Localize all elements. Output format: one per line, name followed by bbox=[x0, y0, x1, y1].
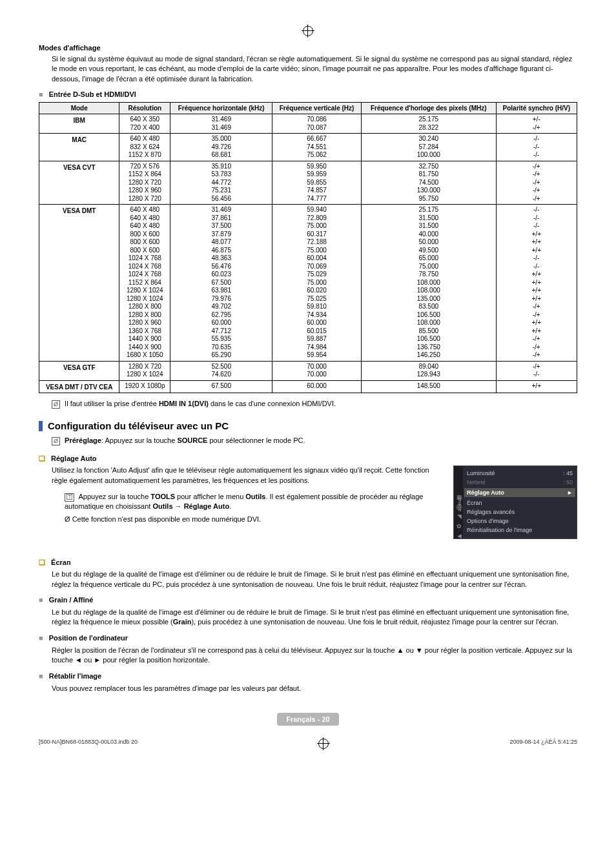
cell-v: 60.000 bbox=[272, 380, 362, 393]
ecran-heading: ❑ Écran bbox=[39, 558, 577, 567]
gear-icon: ✿ bbox=[455, 523, 463, 529]
note-icon: Ø bbox=[65, 515, 70, 523]
tools-icon: 🅃 bbox=[65, 493, 74, 502]
square-bullet-icon: ■ bbox=[39, 90, 43, 98]
cell-res: 640 X 350720 X 400 bbox=[119, 114, 170, 134]
cell-p: 25.17531.50031.50040.00050.00049.50065.0… bbox=[361, 205, 496, 362]
hdmi-note: Ø Il faut utiliser la prise d'entrée HDM… bbox=[52, 400, 577, 409]
square-bullet-icon: ■ bbox=[39, 634, 43, 642]
cell-h: 31.46937.86137.50037.87948.07746.87548.3… bbox=[170, 205, 272, 362]
osd-row-ecran: Écran bbox=[467, 498, 573, 507]
page-footer-center: Français - 20 bbox=[39, 713, 577, 726]
note-icon: Ø bbox=[52, 437, 60, 445]
osd-row-reglage-auto: Réglage Auto► bbox=[464, 488, 575, 497]
display-modes-table: Mode Résolution Fréquence horizontale (k… bbox=[39, 102, 577, 393]
cell-mode: VESA GTF bbox=[39, 361, 119, 380]
col-hfreq: Fréquence horizontale (kHz) bbox=[170, 103, 272, 114]
cell-p: 25.17528.322 bbox=[361, 114, 496, 134]
col-resolution: Résolution bbox=[119, 103, 170, 114]
arrow-right-icon: ► bbox=[567, 489, 573, 496]
retablir-heading: ■ Rétablir l'image bbox=[39, 672, 577, 680]
cell-v: 70.08670.087 bbox=[272, 114, 362, 134]
table-row: VESA GTF1280 X 7201280 X 102452.50074.62… bbox=[39, 361, 577, 380]
osd-row-nettete: Netteté: 50 bbox=[467, 478, 573, 487]
osd-row-luminosite: Luminosité: 45 bbox=[467, 469, 573, 478]
cell-pol: -/+-/+-/+-/+-/+ bbox=[496, 161, 577, 205]
retablir-paragraph: Vous pouvez remplacer tous les paramètre… bbox=[52, 684, 577, 693]
registration-mark-top bbox=[39, 26, 577, 37]
picture-icon: ▦ bbox=[455, 494, 463, 500]
position-heading: ■ Position de l'ordinateur bbox=[39, 634, 577, 642]
cell-res: 1920 X 1080p bbox=[119, 380, 170, 393]
col-polarity: Polarité synchro (H/V) bbox=[496, 103, 577, 114]
cell-res: 720 X 5761152 X 8641280 X 7201280 X 9601… bbox=[119, 161, 170, 205]
section-q-icon: ❑ bbox=[39, 558, 45, 566]
cell-res: 640 X 480832 X 6241152 X 870 bbox=[119, 134, 170, 161]
grain-paragraph: Le but du réglage de la qualité de l'ima… bbox=[52, 608, 577, 628]
cell-h: 35.00049.72668.681 bbox=[170, 134, 272, 161]
config-pc-heading: Configuration du téléviseur avec un PC bbox=[39, 420, 577, 431]
cell-pol: -/+-/- bbox=[496, 361, 577, 380]
cell-mode: MAC bbox=[39, 134, 119, 161]
ecran-intro-paragraph: Le but du réglage de la qualité de l'ima… bbox=[52, 569, 577, 589]
cell-h: 67.500 bbox=[170, 380, 272, 393]
cell-p: 30.24057.284100.000 bbox=[361, 134, 496, 161]
osd-row-options-image: Options d'image bbox=[467, 517, 573, 526]
footer-left: [500-NA]BN68-01883Q-00L03.indb 20 bbox=[39, 739, 138, 749]
col-pfreq: Fréquence d'horloge des pixels (MHz) bbox=[361, 103, 496, 114]
osd-preview-panel: Image ▦ ◯ ◥ ✿ ◀ ▭ Luminosité: 45 Netteté… bbox=[453, 465, 577, 539]
cell-mode: VESA DMT bbox=[39, 205, 119, 362]
table-row: IBM640 X 350720 X 40031.46931.46970.0867… bbox=[39, 114, 577, 134]
reglage-auto-heading: ❑ Réglage Auto bbox=[39, 455, 577, 463]
cell-p: 32.75081.75074.500130.00095.750 bbox=[361, 161, 496, 205]
cell-p: 148.500 bbox=[361, 380, 496, 393]
grain-heading: ■ Grain / Affiné bbox=[39, 596, 577, 604]
cell-v: 66.66774.55175.062 bbox=[272, 134, 362, 161]
cell-v: 59.94072.80975.00060.31772.18875.00060.0… bbox=[272, 205, 362, 362]
osd-row-reinit: Réinitialisation de l'image bbox=[467, 526, 573, 535]
footer-right: 2009-08-14 ¿ÀÈÄ 5:41:25 bbox=[509, 739, 577, 749]
cell-v: 59.95059.95959.85574.85774.777 bbox=[272, 161, 362, 205]
prereg-note: Ø Préréglage: Appuyez sur la touche SOUR… bbox=[52, 436, 577, 445]
section-q-icon: ❑ bbox=[39, 455, 45, 462]
osd-side-icons: ▦ ◯ ◥ ✿ ◀ ▭ bbox=[455, 491, 463, 539]
cell-h: 35.91053.78344.77275.23156.456 bbox=[170, 161, 272, 205]
dsub-hdmi-subheading: ■ Entrée D-Sub et HDMI/DVI bbox=[39, 90, 577, 98]
note-icon: Ø bbox=[52, 400, 60, 409]
modes-affichage-heading: Modes d'affichage bbox=[39, 44, 577, 52]
cell-v: 70.00070.000 bbox=[272, 361, 362, 380]
cell-pol: +/--/+ bbox=[496, 114, 577, 134]
cell-mode: VESA DMT / DTV CEA bbox=[39, 380, 119, 393]
square-bullet-icon: ■ bbox=[39, 596, 43, 604]
cell-pol: -/--/--/-+/++/++/+-/--/-+/++/++/++/+-/+-… bbox=[496, 205, 577, 362]
table-row: MAC640 X 480832 X 6241152 X 87035.00049.… bbox=[39, 134, 577, 161]
cell-mode: VESA CVT bbox=[39, 161, 119, 205]
intro-paragraph: Si le signal du système équivaut au mode… bbox=[52, 54, 577, 84]
square-bullet-icon: ■ bbox=[39, 672, 43, 680]
cell-p: 89.040128.943 bbox=[361, 361, 496, 380]
table-row: VESA CVT720 X 5761152 X 8641280 X 720128… bbox=[39, 161, 577, 205]
table-row: VESA DMT / DTV CEA1920 X 1080p67.50060.0… bbox=[39, 380, 577, 393]
cell-res: 1280 X 7201280 X 1024 bbox=[119, 361, 170, 380]
cell-pol: +/+ bbox=[496, 380, 577, 393]
cell-mode: IBM bbox=[39, 114, 119, 134]
cell-h: 31.46931.469 bbox=[170, 114, 272, 134]
registration-mark-bottom bbox=[318, 739, 329, 749]
page-number-badge: Français - 20 bbox=[277, 713, 338, 726]
col-vfreq: Fréquence verticale (Hz) bbox=[272, 103, 362, 114]
cell-res: 640 X 480640 X 480640 X 480800 X 600800 … bbox=[119, 205, 170, 362]
col-mode: Mode bbox=[39, 103, 119, 114]
osd-row-reglages-avances: Réglages avancés bbox=[467, 507, 573, 517]
circle-icon: ◯ bbox=[455, 504, 463, 510]
heading-bar-icon bbox=[39, 421, 43, 431]
table-row: VESA DMT640 X 480640 X 480640 X 480800 X… bbox=[39, 205, 577, 362]
cell-h: 52.50074.620 bbox=[170, 361, 272, 380]
cell-pol: -/--/--/- bbox=[496, 134, 577, 161]
input-icon: ◀ bbox=[455, 533, 463, 539]
page-footer-bar: [500-NA]BN68-01883Q-00L03.indb 20 2009-0… bbox=[39, 739, 577, 749]
position-paragraph: Régler la position de l'écran de l'ordin… bbox=[52, 646, 577, 666]
speaker-icon: ◥ bbox=[455, 513, 463, 520]
